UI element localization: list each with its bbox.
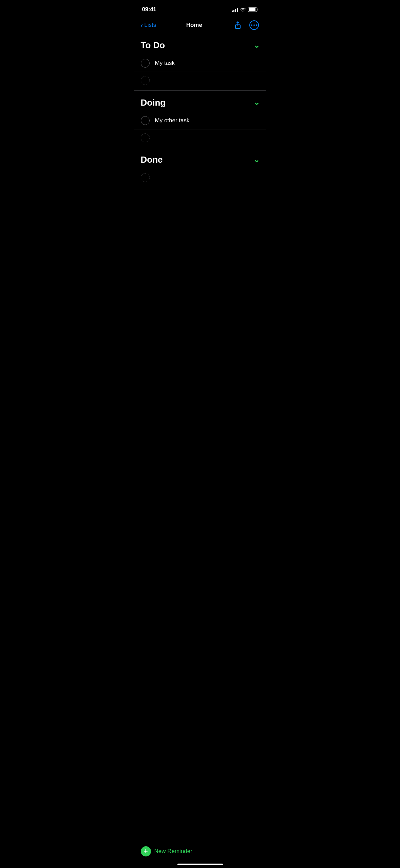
task-checkbox[interactable] [141,59,150,68]
todo-section-title: To Do [141,40,165,51]
more-dot-2 [253,24,255,26]
new-task-placeholder-icon [141,76,150,85]
task-label: My task [155,60,175,67]
signal-bar-1 [232,11,233,12]
doing-section-title: Doing [141,97,166,108]
todo-chevron-icon[interactable]: ⌄ [253,41,260,50]
new-task-placeholder-icon [141,173,150,182]
doing-new-task-row[interactable] [134,129,266,146]
more-dot-1 [251,24,252,26]
done-new-task-row[interactable] [134,169,266,186]
status-time: 09:41 [142,6,156,13]
new-task-placeholder-icon [141,133,150,142]
done-section-header: Done ⌄ [134,149,266,169]
status-bar: 09:41 [134,0,266,17]
nav-bar: ‹ Lists Home [134,17,266,35]
main-content: To Do ⌄ My task Doing ⌄ My other task Do… [134,35,266,213]
more-dot-3 [256,24,257,26]
signal-bar-3 [235,9,236,12]
battery-icon [248,7,258,12]
signal-icon [232,7,238,12]
more-button[interactable] [249,20,260,31]
signal-bar-2 [233,10,234,12]
list-item[interactable]: My task [134,55,266,72]
wifi-icon [240,7,246,12]
todo-section-header: To Do ⌄ [134,35,266,55]
share-button[interactable] [232,20,243,31]
back-chevron-icon: ‹ [141,22,143,29]
todo-new-task-row[interactable] [134,72,266,89]
back-button[interactable]: ‹ Lists [141,22,156,29]
nav-actions [232,20,260,31]
doing-section-header: Doing ⌄ [134,92,266,112]
task-checkbox[interactable] [141,116,150,125]
divider-2 [134,148,266,148]
done-section-title: Done [141,155,163,165]
task-label: My other task [155,117,190,124]
more-circle-icon [249,20,259,30]
divider-1 [134,90,266,91]
doing-chevron-icon[interactable]: ⌄ [253,98,260,107]
done-chevron-icon[interactable]: ⌄ [253,156,260,164]
signal-bar-4 [237,8,238,12]
back-label: Lists [144,22,156,29]
status-icons [232,7,258,12]
nav-title: Home [186,22,202,29]
list-item[interactable]: My other task [134,112,266,129]
